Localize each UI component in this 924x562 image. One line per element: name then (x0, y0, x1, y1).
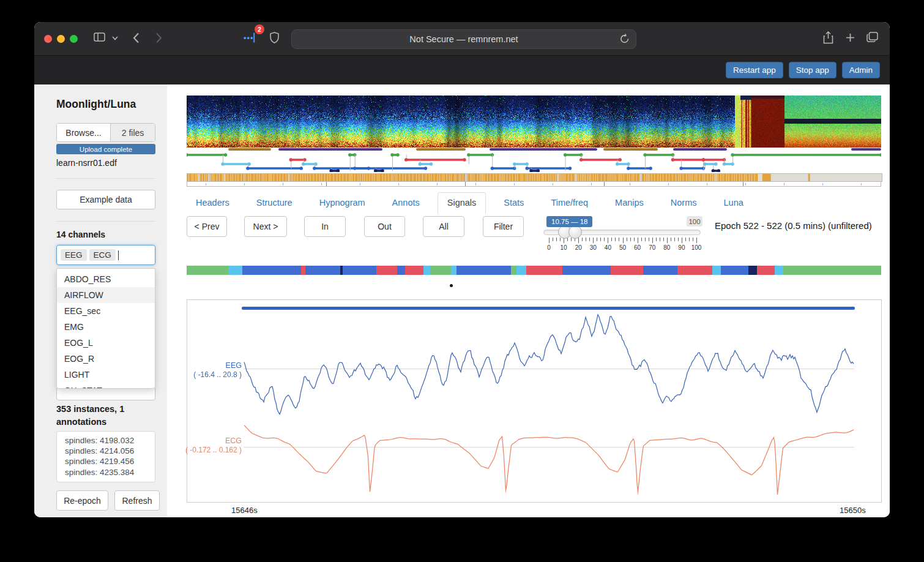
dropdown-option-abdo_res[interactable]: ABDO_RES (57, 271, 155, 287)
slider-tick (556, 238, 557, 241)
all-button[interactable]: All (423, 216, 464, 237)
slider-tick (553, 238, 553, 241)
slider-tick-label: 40 (605, 244, 611, 251)
time-tick-strip (187, 181, 881, 187)
new-tab-icon[interactable] (846, 33, 855, 42)
tab-annots[interactable]: Annots (383, 192, 429, 213)
dropdown-option-eog_r[interactable]: EOG_R (57, 351, 155, 367)
tab-luna[interactable]: Luna (715, 192, 753, 213)
back-icon[interactable] (133, 32, 140, 43)
prev-button[interactable]: < Prev (187, 216, 227, 237)
restart-app-button[interactable]: Restart app (726, 62, 783, 78)
annotation-instance-item[interactable]: spindles: 4235.384 (65, 467, 155, 478)
stage-segment (611, 266, 643, 275)
dropdown-option-emg[interactable]: EMG (57, 319, 155, 335)
slider-tick (578, 238, 579, 243)
dropdown-option-airflow[interactable]: AIRFLOW (57, 287, 155, 303)
channel-select-input[interactable]: EEGECG (56, 245, 155, 265)
slider-tick (630, 238, 631, 241)
slider-handle-high[interactable] (568, 225, 582, 239)
browse-button[interactable]: Browse... (57, 124, 111, 141)
stage-segment (430, 266, 451, 275)
slider-tick (600, 238, 601, 241)
stage-segment (343, 266, 376, 275)
reload-icon[interactable] (620, 34, 630, 47)
stage-navigation-strip[interactable] (187, 266, 881, 275)
stage-segment (397, 266, 406, 275)
file-input-group: Browse... 2 files (56, 123, 155, 142)
tab-stats[interactable]: Stats (494, 192, 533, 213)
sidebar: Moonlight/Luna Browse... 2 files Upload … (34, 84, 167, 517)
example-data-button[interactable]: Example data (56, 190, 155, 209)
ecg-channel-label: ECG (185, 436, 242, 445)
stage-segment (511, 266, 516, 275)
chevron-down-icon[interactable] (112, 36, 118, 40)
current-epoch-marker (450, 284, 453, 287)
slider-tick (604, 238, 605, 241)
annotation-bar-purple (851, 148, 881, 151)
dropdown-option-eog_l[interactable]: EOG_L (57, 335, 155, 351)
slider-tick (663, 238, 664, 241)
re-epoch-button[interactable]: Re-epoch (56, 490, 108, 511)
tab-structure[interactable]: Structure (247, 192, 302, 213)
slider-tick (634, 238, 635, 241)
channel-tag-eeg[interactable]: EEG (61, 249, 87, 261)
minimize-button[interactable] (57, 35, 65, 43)
annotation-instance-item[interactable]: spindles: 4198.032 (65, 435, 155, 446)
slider-tick (615, 238, 616, 241)
annotation-instances-list[interactable]: spindles: 4198.032spindles: 4214.056spin… (56, 431, 155, 482)
close-button[interactable] (44, 35, 52, 43)
next-button[interactable]: Next > (244, 216, 287, 237)
tab-headers[interactable]: Headers (187, 192, 239, 213)
stage-segment (562, 266, 611, 275)
admin-button[interactable]: Admin (842, 62, 880, 78)
zoom-button[interactable] (70, 35, 78, 43)
slider-tick (689, 238, 690, 241)
slider-tick (593, 238, 594, 243)
filter-button[interactable]: Filter (483, 216, 524, 237)
annotation-bar-brown (228, 148, 271, 151)
upload-progress-bar: Upload complete (56, 144, 155, 154)
slider-tick-label: 80 (663, 244, 670, 251)
slider-tick-label: 50 (619, 244, 626, 251)
zoom-out-button[interactable]: Out (364, 216, 405, 237)
slider-tick (586, 238, 586, 241)
slider-tick-label: 30 (590, 244, 597, 251)
stage-segment (526, 266, 562, 275)
dropdown-option-eeg_sec[interactable]: EEG_sec (57, 303, 155, 319)
dropdown-option-ox_stat[interactable]: OX_STAT (57, 383, 155, 389)
annotation-bar-purple (490, 148, 597, 151)
slider-tick-label: 100 (691, 244, 702, 251)
extension-icon[interactable]: •••▏ (244, 33, 261, 42)
slider-tick (641, 238, 642, 241)
stop-app-button[interactable]: Stop app (789, 62, 836, 78)
channel-tag-ecg[interactable]: ECG (89, 249, 116, 261)
desktop: •••▏ 2 Not Secure — remnrem.net (0, 0, 924, 562)
refresh-button[interactable]: Refresh (114, 490, 160, 511)
slider-max-badge: 100 (687, 216, 702, 227)
extension-badge: 2 (255, 24, 264, 34)
channel-dropdown: ABDO_RESAIRFLOWEEG_secEMGEOG_LEOG_RLIGHT… (56, 268, 155, 389)
loaded-filename: learn-nsrr01.edf (56, 158, 117, 168)
forward-icon[interactable] (155, 32, 162, 43)
eeg-range-label: ( -16.4 .. 20.8 ) (172, 370, 242, 379)
tab-norms[interactable]: Norms (661, 192, 706, 213)
tab-signals[interactable]: Signals (438, 192, 486, 214)
tab-timefreq[interactable]: Time/freq (542, 192, 597, 213)
tab-overview-icon[interactable] (866, 32, 878, 42)
dropdown-option-light[interactable]: LIGHT (57, 367, 155, 383)
stage-segment (423, 266, 430, 275)
tab-manips[interactable]: Manips (606, 192, 653, 213)
slider-value-tooltip: 10.75 — 18 (546, 216, 592, 227)
tab-hypnogram[interactable]: Hypnogram (310, 192, 374, 213)
zoom-in-button[interactable]: In (304, 216, 346, 237)
instances-label: 353 instances, 1 annotations (56, 403, 158, 429)
shield-icon[interactable] (270, 32, 279, 43)
share-icon[interactable] (823, 31, 833, 44)
annotation-instance-item[interactable]: spindles: 4214.056 (65, 446, 155, 456)
slider-tick (696, 238, 697, 243)
annotation-select-input[interactable] (56, 387, 155, 400)
address-bar[interactable]: Not Secure — remnrem.net (291, 29, 636, 49)
sidebar-toggle-icon[interactable] (94, 32, 105, 42)
annotation-instance-item[interactable]: spindles: 4219.456 (65, 456, 155, 466)
